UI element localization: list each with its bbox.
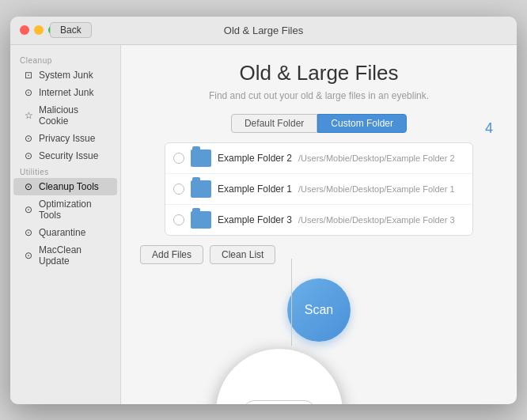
- folder-icon: [191, 211, 211, 229]
- tab-default-folder[interactable]: Default Folder: [231, 114, 317, 133]
- folder-name: Example Folder 1: [218, 184, 292, 195]
- tab-row: Default Folder Custom Folder: [231, 114, 407, 133]
- folder-path: /Users/Mobie/Desktop/Example Folder 1: [298, 184, 464, 194]
- cleanup-section-label: Cleanup: [10, 53, 120, 66]
- security-icon: ⊙: [23, 150, 34, 161]
- back-button[interactable]: Back: [50, 22, 92, 38]
- sidebar-item-label: MacClean Update: [39, 244, 108, 267]
- sidebar-item-cleanup-tools[interactable]: ⊙ Cleanup Tools: [13, 178, 117, 195]
- sidebar: Cleanup ⊡ System Junk ⊙ Internet Junk ☆ …: [10, 45, 121, 404]
- folder-name: Example Folder 2: [218, 153, 292, 164]
- table-row: Example Folder 2 /Users/Mobie/Desktop/Ex…: [165, 143, 472, 174]
- utilities-section-label: Utilities: [10, 165, 120, 178]
- sidebar-item-label: Quarantine: [39, 227, 85, 238]
- folder-path: /Users/Mobie/Desktop/Example Folder 3: [298, 215, 464, 225]
- update-icon: ⊙: [23, 250, 34, 261]
- sidebar-item-privacy-issue[interactable]: ⊙ Privacy Issue: [13, 130, 117, 147]
- sidebar-item-internet-junk[interactable]: ⊙ Internet Junk: [13, 84, 117, 101]
- sidebar-item-label: System Junk: [39, 70, 93, 81]
- table-row: Example Folder 1 /Users/Mobie/Desktop/Ex…: [165, 174, 472, 205]
- titlebar: Back Old & Large Files: [10, 17, 517, 45]
- add-files-button[interactable]: Add Files: [140, 245, 203, 264]
- sidebar-item-label: Cleanup Tools: [39, 181, 99, 192]
- page-title: Old & Large Files: [240, 61, 399, 85]
- radio-button[interactable]: [173, 214, 184, 225]
- quarantine-icon: ⊙: [23, 227, 34, 238]
- sidebar-item-label: Privacy Issue: [39, 133, 95, 144]
- window-title: Old & Large Files: [224, 25, 303, 36]
- sidebar-item-system-junk[interactable]: ⊡ System Junk: [13, 66, 117, 84]
- sidebar-item-optimization-tools[interactable]: ⊙ Optimization Tools: [13, 195, 117, 224]
- bottom-button-row: Add Files Clean List: [140, 245, 275, 264]
- sidebar-item-macclean-update[interactable]: ⊙ MacClean Update: [13, 241, 117, 270]
- sidebar-item-malicious-cookie[interactable]: ☆ Malicious Cookie: [13, 101, 117, 130]
- clean-list-button[interactable]: Clean List: [210, 245, 275, 264]
- system-junk-icon: ⊡: [23, 70, 34, 81]
- malicious-cookie-icon: ☆: [23, 110, 34, 121]
- minimize-button[interactable]: [34, 25, 44, 35]
- close-button[interactable]: [20, 25, 29, 35]
- folder-icon: [191, 149, 211, 167]
- folder-list: Example Folder 2 /Users/Mobie/Desktop/Ex…: [165, 142, 473, 236]
- sidebar-item-label: Internet Junk: [39, 87, 93, 98]
- content-area: Old & Large Files Find and cut out your …: [121, 45, 517, 404]
- main-layout: Cleanup ⊡ System Junk ⊙ Internet Junk ☆ …: [10, 45, 517, 404]
- sidebar-item-quarantine[interactable]: ⊙ Quarantine: [13, 224, 117, 241]
- tooltip-overlay: Add Files: [216, 349, 343, 404]
- sidebar-item-label: Malicious Cookie: [39, 104, 108, 127]
- cleanup-tools-icon: ⊙: [23, 181, 34, 192]
- folder-path: /Users/Mobie/Desktop/Example Folder 2: [298, 153, 464, 163]
- internet-junk-icon: ⊙: [23, 87, 34, 98]
- content-inner: Old & Large Files Find and cut out your …: [140, 61, 498, 342]
- folder-name: Example Folder 3: [218, 214, 292, 225]
- page-subtitle: Find and cut out your old & large files …: [209, 90, 429, 101]
- tab-custom-folder[interactable]: Custom Folder: [317, 114, 407, 133]
- radio-button[interactable]: [173, 153, 184, 164]
- tooltip-add-files-button[interactable]: Add Files: [243, 400, 316, 404]
- table-row: Example Folder 3 /Users/Mobie/Desktop/Ex…: [165, 205, 472, 235]
- scan-button[interactable]: Scan: [287, 278, 351, 342]
- folder-icon: [191, 180, 211, 198]
- privacy-icon: ⊙: [23, 133, 34, 144]
- optimization-icon: ⊙: [23, 204, 34, 215]
- badge-4: 4: [485, 120, 493, 137]
- radio-button[interactable]: [173, 184, 184, 195]
- connector-line: [291, 259, 292, 346]
- sidebar-item-label: Security Issue: [39, 150, 98, 161]
- sidebar-item-security-issue[interactable]: ⊙ Security Issue: [13, 147, 117, 165]
- sidebar-item-label: Optimization Tools: [39, 199, 108, 221]
- main-window: Back Old & Large Files Cleanup ⊡ System …: [10, 17, 517, 404]
